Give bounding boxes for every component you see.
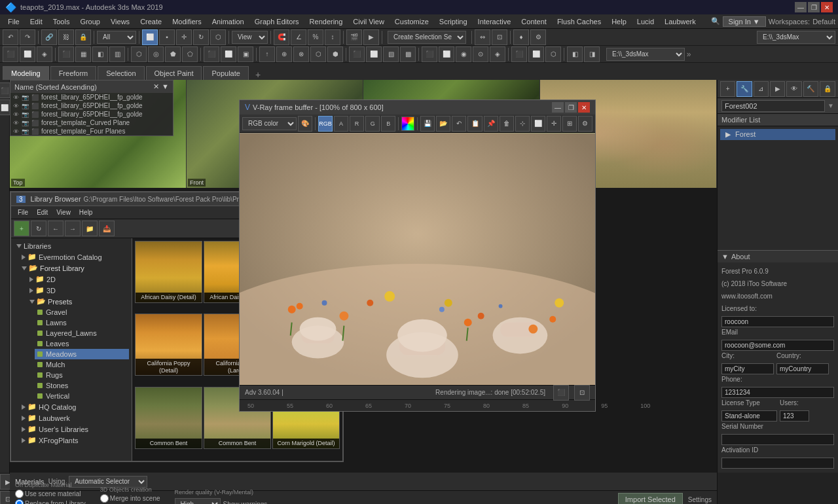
path-dropdown[interactable]: E:\\_3dsMax [757, 31, 835, 44]
move-button[interactable]: ✛ [176, 29, 192, 45]
poly-btn-11[interactable]: ⬠ [182, 46, 198, 62]
sign-in-button[interactable]: Sign In ▼ [723, 16, 766, 27]
menu-lucid[interactable]: Lucid [632, 16, 659, 27]
show-warnings-btn[interactable]: Show warnings [223, 501, 268, 505]
lib-menu-edit[interactable]: Edit [33, 207, 52, 217]
lib-import-btn[interactable]: 📥 [99, 221, 115, 236]
replace-library-radio[interactable]: Replace from Library [15, 499, 86, 505]
vray-open-btn[interactable]: 📂 [436, 116, 450, 132]
poly-btn-9[interactable]: ◎ [148, 46, 164, 62]
menu-edit[interactable]: Edit [25, 16, 48, 27]
vray-save-btn[interactable]: 💾 [420, 116, 435, 132]
tree-stones[interactable]: Stones [35, 380, 129, 391]
select-button[interactable]: ⬜ [142, 29, 158, 45]
name-row-4[interactable]: 👁 📷 ⬛ forest_template_Curved Plane [10, 118, 173, 127]
tree-gravel[interactable]: Gravel [35, 307, 129, 317]
filter-dropdown[interactable]: All [97, 31, 136, 44]
menu-scripting[interactable]: Scripting [434, 16, 473, 27]
tree-hq[interactable]: 📁 HQ Catalog [19, 401, 129, 412]
poly-btn-23[interactable]: ▩ [400, 46, 416, 62]
lib-menu-help[interactable]: Help [75, 207, 97, 217]
redo-button[interactable]: ↷ [20, 29, 35, 45]
poly-btn-20[interactable]: ⬛ [349, 46, 365, 62]
tab-expand-button[interactable]: + [250, 69, 266, 80]
tab-freeform[interactable]: Freeform [50, 66, 97, 80]
poly-btn-30[interactable]: ⬜ [528, 46, 544, 62]
3d-expand[interactable] [29, 288, 33, 293]
menu-create[interactable]: Create [135, 16, 167, 27]
snap-toggle-button[interactable]: 🧲 [274, 29, 289, 45]
libraries-expand[interactable] [16, 244, 22, 248]
right-panel-utils-btn[interactable]: 🔨 [803, 81, 818, 97]
country-input[interactable] [776, 363, 829, 374]
poly-btn-22[interactable]: ▧ [383, 46, 399, 62]
poly-btn-21[interactable]: ⬜ [366, 46, 382, 62]
lib-add-btn[interactable]: + [14, 221, 29, 236]
poly-btn-2[interactable]: ⬜ [20, 46, 35, 62]
vray-maximize[interactable]: ❐ [565, 102, 577, 113]
vray-color-btn[interactable]: 🎨 [298, 116, 312, 132]
vray-paste-btn[interactable]: 📌 [484, 116, 498, 132]
menu-animation[interactable]: Animation [207, 16, 249, 27]
merge-scene-radio[interactable]: Merge into scene [100, 494, 160, 503]
vray-history-btn[interactable]: ⊡ [574, 385, 590, 401]
vray-undo-btn[interactable]: ↶ [452, 116, 466, 132]
presets-expand[interactable] [29, 300, 35, 304]
poly-btn-3[interactable]: ◈ [37, 46, 52, 62]
email-input[interactable] [721, 340, 834, 351]
vray-track-btn[interactable]: ⊹ [515, 116, 530, 132]
right-panel-motion-btn[interactable]: ▶ [770, 81, 785, 97]
poly-btn-4[interactable]: ⬛ [58, 46, 74, 62]
align-button[interactable]: ⊡ [492, 29, 507, 45]
maximize-button[interactable]: ❐ [808, 2, 820, 12]
poly-btn-15[interactable]: ↑ [259, 46, 275, 62]
vray-color-swatch[interactable] [401, 117, 414, 131]
vray-pixel-btn[interactable]: ✛ [547, 116, 561, 132]
minimize-button[interactable]: — [795, 2, 807, 12]
path-end-dropdown[interactable]: E:\\_3dsMax [606, 48, 685, 61]
lib-thumb-african-daisy-detail[interactable]: African Daisy (Detail) [135, 241, 202, 303]
vray-rgb-btn[interactable]: RGB [318, 116, 333, 132]
poly-btn-12[interactable]: ⬛ [204, 46, 219, 62]
lib-menu-view[interactable]: View [52, 207, 75, 217]
tree-mulch[interactable]: Mulch [35, 359, 129, 370]
lib-forward-btn[interactable]: → [65, 221, 81, 236]
vray-region-btn[interactable]: ⬜ [531, 116, 545, 132]
poly-btn-28[interactable]: ◈ [490, 46, 505, 62]
name-row-5[interactable]: 👁 📷 ⬛ forest_template_Four Planes [10, 127, 173, 135]
name-row-3[interactable]: 👁 📷 ⬛ forest_library_65PDHEI__fp_golde [10, 110, 173, 118]
right-panel-create-btn[interactable]: + [720, 81, 735, 97]
lib-thumb-cal-poppy-detail[interactable]: California Poppy (Detail) [135, 314, 202, 376]
poly-btn-5[interactable]: ▦ [75, 46, 91, 62]
bind-button[interactable]: 🔒 [75, 29, 91, 45]
poly-btn-1[interactable]: ⬛ [3, 46, 18, 62]
tree-evermotion[interactable]: 📁 Evermotion Catalog [19, 251, 129, 262]
menu-flush-caches[interactable]: Flush Caches [552, 16, 606, 27]
vray-copy-btn[interactable]: 📋 [467, 116, 482, 132]
tree-users[interactable]: 📁 User's Libraries [19, 423, 129, 435]
use-scene-radio[interactable]: Use scene material [15, 490, 86, 498]
vray-minimize[interactable]: — [552, 102, 564, 113]
poly-btn-31[interactable]: ⬡ [545, 46, 561, 62]
rotate-button[interactable]: ↻ [193, 29, 209, 45]
menu-laubwerk[interactable]: Laubwerk [659, 16, 701, 27]
render-frame-button[interactable]: ▶ [363, 29, 379, 45]
poly-btn-13[interactable]: ⬜ [221, 46, 236, 62]
poly-btn-16[interactable]: ⊕ [276, 46, 292, 62]
phone-input[interactable] [721, 387, 834, 398]
tab-modeling[interactable]: Modeling [3, 66, 49, 80]
forest-expand[interactable] [22, 266, 27, 270]
render-setup-button[interactable]: 🎬 [346, 29, 362, 45]
tab-selection[interactable]: Selection [98, 66, 144, 80]
poly-btn-14[interactable]: ▣ [238, 46, 253, 62]
menu-group[interactable]: Group [75, 16, 105, 27]
angle-snap-button[interactable]: ∠ [291, 29, 306, 45]
mirror-button[interactable]: ⇔ [475, 29, 490, 45]
users-input[interactable] [780, 410, 809, 422]
vray-g-btn[interactable]: G [365, 116, 380, 132]
menu-tools[interactable]: Tools [48, 16, 75, 27]
licensed-name-input[interactable] [721, 316, 834, 327]
obj-name-input[interactable] [721, 100, 825, 112]
vray-clear-btn[interactable]: 🗑 [500, 116, 514, 132]
users-expand[interactable] [22, 427, 26, 432]
